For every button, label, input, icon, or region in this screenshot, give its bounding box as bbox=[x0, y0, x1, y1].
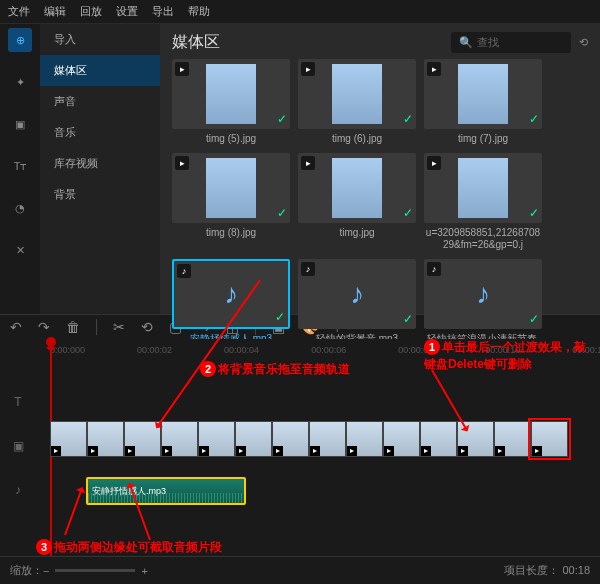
timeline-clip[interactable]: ▸ bbox=[198, 421, 235, 457]
timeline-clip[interactable]: ▸ bbox=[383, 421, 420, 457]
timeline-clip[interactable]: ▸ bbox=[235, 421, 272, 457]
media-thumb[interactable]: ▸✓timg (8).jpg bbox=[172, 153, 290, 251]
redo-icon[interactable]: ↷ bbox=[38, 319, 50, 335]
audio-clip[interactable]: 安静抒情感人.mp3 bbox=[86, 477, 246, 505]
menu-edit[interactable]: 编辑 bbox=[44, 4, 66, 19]
timeline-clip[interactable]: ▸ bbox=[420, 421, 457, 457]
delete-icon[interactable]: 🗑 bbox=[66, 319, 80, 335]
shape-icon[interactable]: ◔ bbox=[8, 196, 32, 220]
menu-file[interactable]: 文件 bbox=[8, 4, 30, 19]
status-bar: 缩放： − + 项目长度： 00:18 bbox=[0, 556, 600, 584]
sidebar: 导入 媒体区 声音 音乐 库存视频 背景 bbox=[40, 24, 160, 314]
tools-icon[interactable]: ✕ bbox=[8, 238, 32, 262]
timeline-clip[interactable]: ▸ bbox=[161, 421, 198, 457]
refresh-icon[interactable]: ⟲ bbox=[579, 36, 588, 49]
zoom-label: 缩放： bbox=[10, 563, 43, 578]
media-thumb[interactable]: ▸✓timg.jpg bbox=[298, 153, 416, 251]
menu-help[interactable]: 帮助 bbox=[188, 4, 210, 19]
sidebar-item-sound[interactable]: 声音 bbox=[40, 86, 160, 117]
audio-track[interactable]: 安静抒情感人.mp3 bbox=[36, 471, 600, 517]
timeline[interactable]: T ▣ ♪ 0:00:00000:00:0200:00:0400:00:0600… bbox=[0, 339, 600, 579]
media-thumb[interactable]: ▸✓u=3209858851,2126870829&fm=26&gp=0.j bbox=[424, 153, 542, 251]
sidebar-item-media[interactable]: 媒体区 bbox=[40, 55, 160, 86]
media-grid: ▸✓timg (5).jpg▸✓timg (6).jpg▸✓timg (7).j… bbox=[172, 59, 588, 357]
search-input[interactable]: 🔍查找 bbox=[451, 32, 571, 53]
media-thumb[interactable]: ▸✓timg (7).jpg bbox=[424, 59, 542, 145]
top-panel: ⊕ ✦ ▣ Tᴛ ◔ ✕ 导入 媒体区 声音 音乐 库存视频 背景 媒体区 🔍查… bbox=[0, 24, 600, 314]
callout-3: 3拖动两侧边缘处可截取音频片段 bbox=[36, 539, 222, 556]
track-label-text: T bbox=[14, 395, 21, 409]
text-icon[interactable]: Tᴛ bbox=[8, 154, 32, 178]
sidebar-item-import[interactable]: 导入 bbox=[40, 24, 160, 55]
timeline-clip[interactable]: ▸ bbox=[309, 421, 346, 457]
menu-settings[interactable]: 设置 bbox=[116, 4, 138, 19]
crop-icon[interactable]: ▣ bbox=[8, 112, 32, 136]
iconbar: ⊕ ✦ ▣ Tᴛ ◔ ✕ bbox=[0, 24, 40, 314]
timeline-clip[interactable]: ▸ bbox=[531, 421, 568, 457]
timeline-clip[interactable]: ▸ bbox=[494, 421, 531, 457]
track-label-video: ▣ bbox=[13, 439, 24, 453]
media-panel: 媒体区 🔍查找 ⟲ ▸✓timg (5).jpg▸✓timg (6).jpg▸✓… bbox=[160, 24, 600, 314]
menubar: 文件 编辑 回放 设置 导出 帮助 bbox=[0, 0, 600, 24]
callout-1: 1单击最后一个过渡效果，敲键盘Delete键可删除 bbox=[424, 339, 594, 373]
timeline-clip[interactable]: ▸ bbox=[346, 421, 383, 457]
video-track[interactable]: ▸▸▸▸▸▸▸▸▸▸▸▸▸▸ bbox=[36, 421, 600, 467]
sidebar-item-stock[interactable]: 库存视频 bbox=[40, 148, 160, 179]
zoom-slider[interactable] bbox=[55, 569, 135, 572]
rotate-icon[interactable]: ⟲ bbox=[141, 319, 153, 335]
sidebar-item-bg[interactable]: 背景 bbox=[40, 179, 160, 210]
menu-export[interactable]: 导出 bbox=[152, 4, 174, 19]
wand-icon[interactable]: ✦ bbox=[8, 70, 32, 94]
undo-icon[interactable]: ↶ bbox=[10, 319, 22, 335]
menu-playback[interactable]: 回放 bbox=[80, 4, 102, 19]
media-title: 媒体区 bbox=[172, 32, 451, 53]
import-icon[interactable]: ⊕ bbox=[8, 28, 32, 52]
media-thumb[interactable]: ▸✓timg (6).jpg bbox=[298, 59, 416, 145]
zoom-in-icon[interactable]: + bbox=[141, 565, 147, 577]
timeline-clip[interactable]: ▸ bbox=[272, 421, 309, 457]
timeline-clip[interactable]: ▸ bbox=[87, 421, 124, 457]
track-label-audio: ♪ bbox=[15, 483, 21, 497]
cut-icon[interactable]: ✂ bbox=[113, 319, 125, 335]
media-thumb[interactable]: ▸✓timg (5).jpg bbox=[172, 59, 290, 145]
zoom-out-icon[interactable]: − bbox=[43, 565, 49, 577]
sidebar-item-music[interactable]: 音乐 bbox=[40, 117, 160, 148]
callout-2: 2将背景音乐拖至音频轨道 bbox=[200, 361, 350, 378]
timeline-clip[interactable]: ▸ bbox=[50, 421, 87, 457]
